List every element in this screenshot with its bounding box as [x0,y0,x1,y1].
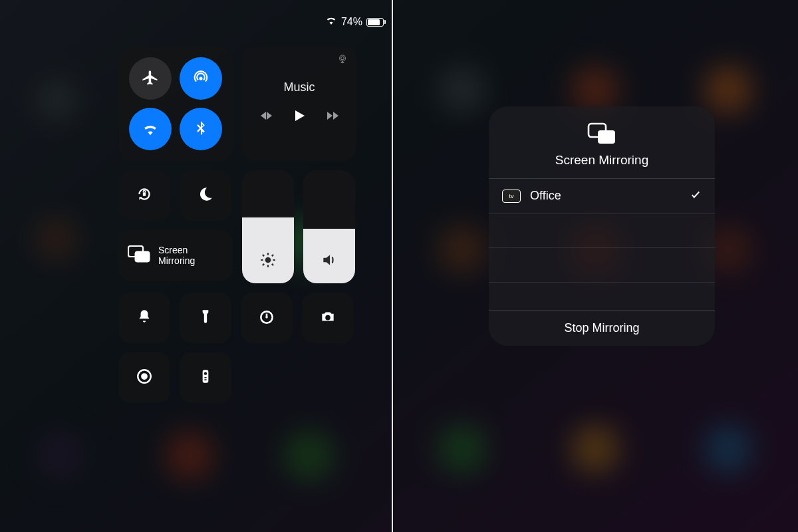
checkmark-icon [690,189,702,203]
battery-percent: 74% [341,16,362,28]
status-bar: 74% [325,15,386,29]
mirroring-device-row[interactable]: tv Office [489,179,715,213]
connectivity-tile [118,47,233,161]
brightness-fill [242,217,294,283]
svg-rect-24 [598,130,615,144]
svg-rect-21 [204,377,206,378]
apple-tv-remote-button[interactable] [180,352,231,403]
music-prev-button[interactable] [258,108,274,126]
volume-icon [321,251,338,271]
silent-mode-toggle[interactable] [118,293,170,343]
mirroring-device-row: . [489,248,715,283]
flashlight-icon [197,308,214,328]
screen-mirroring-popup: Screen Mirroring tv Office . . Stop Mirr… [489,106,715,346]
mirroring-device-list: tv Office . . [489,179,715,283]
volume-slider[interactable] [303,170,355,283]
camera-button[interactable] [302,293,354,343]
airplay-icon [336,53,348,68]
wifi-icon [325,15,337,29]
device-name: Office [530,189,690,203]
svg-point-18 [141,373,148,380]
airdrop-toggle[interactable] [180,57,222,100]
screen-mirroring-icon [587,136,616,147]
brightness-slider[interactable] [242,170,294,283]
bluetooth-toggle[interactable] [180,108,222,150]
screen-record-icon [136,368,153,388]
do-not-disturb-toggle[interactable] [180,170,231,221]
brightness-icon [259,251,277,271]
mirroring-device-row: . [489,213,715,248]
music-next-button[interactable] [325,108,340,126]
airplane-mode-toggle[interactable] [129,57,172,100]
rotation-lock-toggle[interactable] [118,170,170,221]
svg-rect-3 [143,192,146,196]
svg-line-13 [263,264,264,265]
camera-icon [319,308,336,328]
svg-point-0 [199,76,202,80]
svg-point-1 [340,55,346,61]
svg-point-2 [341,57,344,60]
music-label: Music [283,80,315,94]
svg-line-12 [272,264,273,265]
svg-rect-22 [204,379,206,380]
stop-mirroring-button[interactable]: Stop Mirroring [564,321,639,335]
bell-icon [136,308,153,328]
svg-point-6 [265,257,271,263]
stop-mirroring-footer: Stop Mirroring [489,310,715,346]
moon-icon [197,186,214,205]
screen-mirroring-button[interactable]: ScreenMirroring [118,230,233,281]
timer-icon [258,308,275,328]
svg-line-14 [272,255,273,256]
music-play-button[interactable] [291,106,307,128]
svg-rect-19 [203,370,209,383]
apple-tv-remote-icon [197,368,214,388]
wifi-toggle[interactable] [129,108,172,150]
screen-mirroring-icon [128,245,150,265]
screen-mirroring-title: Screen Mirroring [489,153,715,168]
timer-button[interactable] [241,293,293,343]
apple-tv-icon: tv [502,190,521,203]
music-tile[interactable]: Music [242,47,356,161]
music-controls [258,106,340,128]
svg-line-11 [263,255,264,256]
svg-point-16 [265,316,267,318]
screenshot-divider [392,0,393,532]
svg-rect-5 [135,251,150,262]
rotation-lock-icon [136,186,153,205]
svg-point-20 [204,372,207,375]
screen-record-button[interactable] [118,352,170,403]
screen-mirroring-label: ScreenMirroring [158,245,195,266]
control-center: Music [118,47,358,412]
battery-icon [366,18,386,27]
flashlight-toggle[interactable] [180,293,231,343]
